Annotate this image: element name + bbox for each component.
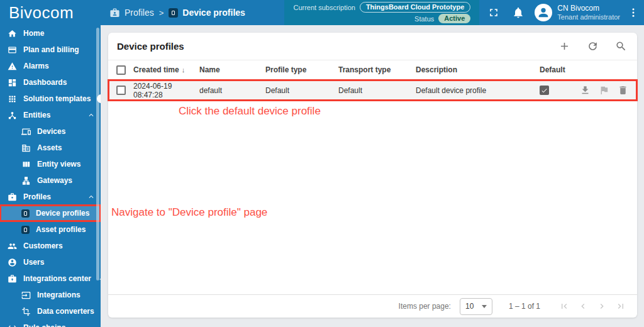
user-avatar[interactable]: [535, 4, 552, 21]
delete-trash-icon[interactable]: [618, 85, 628, 96]
sidebar-item-label: Gateways: [37, 176, 72, 185]
device-profile-box-icon: [21, 209, 30, 218]
sidebar-item-gateways[interactable]: Gateways: [0, 172, 101, 189]
sidebar-item-label: Devices: [37, 127, 65, 136]
sidebar-scrollbar[interactable]: [96, 28, 99, 280]
status-badge: Active: [438, 14, 470, 23]
add-device-profile-icon[interactable]: [558, 40, 570, 52]
profiles-briefcase-icon: [8, 192, 17, 202]
pagination-range: 1 – 1 of 1: [509, 302, 540, 311]
refresh-icon[interactable]: [587, 40, 599, 52]
column-header-default[interactable]: Default: [540, 65, 580, 74]
column-header-description[interactable]: Description: [416, 65, 540, 74]
sidebar-item-integrations-center[interactable]: Integrations center: [0, 270, 101, 287]
items-per-page-label: Items per page:: [399, 302, 451, 311]
sidebar-nav: Home Plan and billing Alarms Dashboards …: [0, 25, 101, 327]
cell-description: Default device profile: [416, 86, 540, 95]
sidebar-item-entity-views[interactable]: Entity views: [0, 156, 101, 172]
sidebar-item-label: Users: [23, 258, 44, 267]
default-checked-checkbox[interactable]: [540, 86, 549, 95]
row-checkbox-cell: [116, 86, 128, 95]
sidebar-item-profiles[interactable]: Profiles: [0, 189, 101, 205]
apps-grid-icon: [8, 94, 17, 104]
check-icon: [541, 87, 548, 94]
prev-page-icon[interactable]: [578, 301, 588, 311]
sidebar-item-label: Rule chains: [23, 323, 65, 327]
sidebar-item-assets[interactable]: Assets: [0, 140, 101, 156]
sidebar-item-label: Home: [23, 29, 44, 38]
sidebar-item-alarms[interactable]: Alarms: [0, 58, 101, 74]
avatar-person-icon: [536, 6, 550, 19]
sidebar-item-label: Entity views: [37, 160, 80, 169]
sidebar-item-devices[interactable]: Devices: [0, 123, 101, 140]
row-actions: [580, 85, 637, 96]
set-default-flag-icon[interactable]: [599, 85, 609, 96]
logo-wrap: Bivocom: [0, 3, 101, 23]
sidebar-item-label: Entities: [23, 111, 50, 119]
user-name: CN Bivocom: [557, 4, 620, 13]
sidebar-item-users[interactable]: Users: [0, 254, 101, 270]
toolbar-icons: [558, 40, 627, 52]
devices-icon: [21, 127, 31, 136]
sort-desc-icon[interactable]: ↓: [182, 66, 186, 74]
page-title: Device profiles: [117, 41, 184, 52]
sidebar-item-home[interactable]: Home: [0, 25, 101, 42]
user-info[interactable]: CN Bivocom Tenant administrator: [557, 4, 620, 22]
sidebar-item-rule-chains[interactable]: Rule chains: [0, 319, 101, 327]
sidebar-item-solution-templates[interactable]: Solution templates NEW: [0, 91, 101, 107]
sidebar-item-integrations[interactable]: Integrations: [0, 287, 101, 303]
subscription-row: Current subscription ThingsBoard Cloud P…: [293, 2, 470, 13]
next-page-icon[interactable]: [597, 301, 607, 311]
subscription-block[interactable]: Current subscription ThingsBoard Cloud P…: [284, 0, 479, 25]
dashboard-icon: [8, 78, 17, 87]
sidebar-item-label: Plan and billing: [23, 45, 79, 54]
row-select-checkbox[interactable]: [116, 86, 126, 95]
column-label: Created time: [133, 65, 179, 74]
table-header-row: Created time↓ Name Profile type Transpor…: [108, 60, 637, 80]
chevron-up-icon: [87, 192, 96, 201]
credit-card-icon: [8, 45, 17, 55]
table-row[interactable]: 2024-06-19 08:47:28 default Default Defa…: [108, 80, 637, 101]
select-caret-icon: [482, 305, 487, 308]
sidebar-item-plan-and-billing[interactable]: Plan and billing: [0, 42, 101, 58]
select-all-checkbox[interactable]: [116, 65, 126, 75]
column-header-created-time[interactable]: Created time↓: [133, 65, 199, 74]
status-label: Status: [414, 15, 434, 23]
sidebar-item-customers[interactable]: Customers: [0, 238, 101, 254]
sidebar-item-data-converters[interactable]: Data converters: [0, 303, 101, 319]
integrations-input-icon: [21, 291, 31, 300]
main-content: Device profiles Created time↓ Name: [101, 25, 644, 327]
notifications-bell-icon[interactable]: [512, 6, 525, 19]
sidebar-item-asset-profiles[interactable]: Asset profiles: [0, 221, 101, 238]
sidebar-item-label: Dashboards: [23, 78, 67, 87]
sidebar-item-label: Integrations: [37, 291, 80, 299]
subscription-plan-pill[interactable]: ThingsBoard Cloud Prototype: [360, 2, 470, 13]
sidebar-item-device-profiles[interactable]: Device profiles: [0, 205, 101, 221]
sidebar-item-entities[interactable]: Entities: [0, 107, 101, 123]
column-header-profile-type[interactable]: Profile type: [265, 65, 338, 74]
cell-profile-type: Default: [265, 86, 338, 95]
search-icon[interactable]: [615, 40, 627, 52]
home-icon: [8, 29, 17, 38]
rule-chains-icon: [8, 323, 17, 327]
top-header: Bivocom Profiles > Device profiles Curre…: [0, 0, 644, 25]
export-download-icon[interactable]: [580, 85, 591, 96]
sidebar-item-dashboards[interactable]: Dashboards: [0, 74, 101, 91]
column-header-name[interactable]: Name: [199, 65, 265, 74]
kebab-menu-icon[interactable]: [628, 6, 639, 19]
fullscreen-icon[interactable]: [487, 6, 500, 19]
customers-people-icon: [8, 241, 17, 251]
sidebar-item-label: Alarms: [23, 62, 49, 70]
last-page-icon[interactable]: [616, 301, 626, 311]
gateways-lan-icon: [21, 176, 31, 186]
breadcrumb-profiles[interactable]: Profiles: [109, 8, 154, 18]
body-row: Home Plan and billing Alarms Dashboards …: [0, 25, 644, 327]
profiles-icon: [109, 8, 120, 18]
first-page-icon[interactable]: [559, 301, 569, 311]
items-per-page-select[interactable]: 10: [460, 298, 492, 315]
annotation-navigate: Navigate to "Device profile" page: [111, 206, 267, 219]
integrations-center-icon: [8, 274, 17, 284]
column-header-transport-type[interactable]: Transport type: [338, 65, 416, 74]
sidebar-item-label: Profiles: [23, 192, 51, 201]
cell-created-time: 2024-06-19 08:47:28: [133, 82, 199, 99]
